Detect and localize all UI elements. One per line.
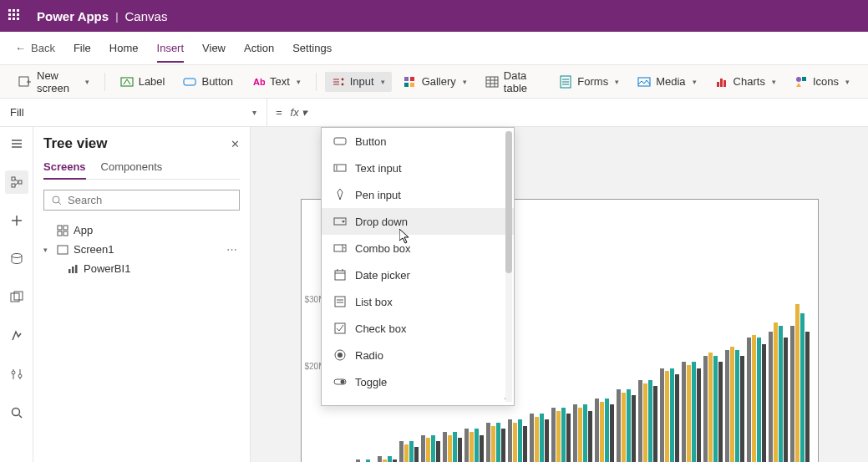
bar [480,435,484,462]
input-dropdown-menu: ButtonText inputPen inputDrop downCombo … [321,127,515,406]
tab-screens[interactable]: Screens [43,160,86,180]
bar [540,414,544,462]
bar [453,432,457,462]
menu-file[interactable]: File [74,42,91,54]
forms-button[interactable]: Forms ▾ [552,72,626,92]
menu-action[interactable]: Action [244,42,274,54]
property-selector[interactable]: Fill ▾ [0,99,267,126]
menu-insert[interactable]: Insert [157,42,185,63]
input-menu-item-drop-down[interactable]: Drop down [322,208,514,235]
new-screen-button[interactable]: New screen ▾ [12,66,96,98]
main-area: Tree view ✕ Screens Components App ▾ Scr… [0,127,868,462]
rail-search[interactable] [5,401,28,424]
back-button[interactable]: ← Back [15,42,55,54]
input-menu-item-toggle[interactable]: Toggle [322,368,514,395]
bar [496,423,500,462]
tree-node-screen1[interactable]: ▾ Screen1 ⋯ [43,240,240,259]
menu-settings[interactable]: Settings [292,42,332,54]
menu-home[interactable]: Home [109,42,139,54]
bar-group [378,456,397,462]
svg-line-5 [127,79,130,84]
bar [545,419,549,462]
tree-node-app[interactable]: App [43,221,240,240]
input-menu-item-combo-box[interactable]: Combo box [322,235,514,261]
rail-tree-view[interactable] [5,170,28,194]
input-menu-item-button[interactable]: Button [322,128,514,155]
svg-rect-3 [121,78,133,86]
svg-rect-28 [720,79,723,87]
bar-group [573,404,592,462]
icons-label: Icons [813,75,839,88]
input-menu-item-pen-input[interactable]: Pen input [322,181,514,208]
bar-group [725,347,744,462]
listbox-icon [333,295,347,308]
svg-marker-32 [796,83,801,87]
svg-rect-60 [72,267,74,273]
data-table-button[interactable]: Data table [479,66,548,98]
rail-insert[interactable] [5,209,28,232]
bar [523,426,527,462]
menu-bar: ← Back File Home Insert View Action Sett… [0,32,868,65]
bar-group [486,423,505,462]
icons-icon [794,75,808,89]
bar [670,368,674,462]
svg-point-43 [12,254,22,258]
media-button[interactable]: Media ▾ [631,72,703,92]
input-menu-item-date-picker[interactable]: Date picker [322,261,514,288]
rail-hamburger[interactable] [5,132,28,155]
tree-search[interactable] [43,190,240,211]
property-name: Fill [10,106,24,119]
tree-search-input[interactable] [68,194,232,206]
bar [518,419,522,462]
bar [687,365,691,462]
gallery-icon [404,75,417,89]
input-menu-item-radio[interactable]: Radio [322,342,514,368]
bar [378,456,382,462]
svg-point-47 [12,371,15,374]
waffle-icon[interactable] [8,9,22,23]
rail-media[interactable] [5,286,28,309]
datepicker-icon [333,268,347,282]
back-label: Back [31,42,55,54]
bar [660,368,664,462]
svg-line-39 [15,179,18,182]
svg-point-30 [796,77,801,82]
gallery-button[interactable]: Gallery ▾ [397,72,474,92]
svg-rect-57 [63,231,68,236]
tree-node-powerbi1[interactable]: PowerBI1 [43,259,240,278]
close-icon[interactable]: ✕ [231,138,240,150]
menu-view[interactable]: View [202,42,226,54]
more-icon[interactable]: ⋯ [226,243,238,256]
bar [713,356,718,462]
icons-button[interactable]: Icons ▾ [788,72,856,92]
rail-settings-icon[interactable] [5,363,28,386]
left-rail [0,127,33,462]
bar [692,362,696,462]
menu-item-label: Toggle [355,376,387,388]
rail-data[interactable] [5,247,28,271]
input-menu-item-check-box[interactable]: Check box [322,315,514,342]
menu-item-label: Text input [355,162,402,175]
bar [805,332,810,462]
bar [595,399,599,462]
rail-advanced[interactable] [5,324,28,348]
input-menu-item-text-input[interactable]: Text input [322,155,514,181]
svg-rect-17 [486,77,498,87]
input-button[interactable]: Input ▾ [325,72,392,92]
input-menu-item-list-box[interactable]: List box [322,288,514,315]
button-button[interactable]: Button [176,72,240,92]
forms-label: Forms [577,75,608,88]
label-button[interactable]: Label [114,72,172,92]
bar [535,417,539,462]
tab-components[interactable]: Components [101,160,163,179]
svg-point-49 [18,374,22,378]
text-input-icon [333,161,347,175]
bar [414,447,419,462]
text-button[interactable]: Ab Text ▾ [245,72,307,92]
header-separator: | [115,10,118,23]
bar [588,411,592,462]
formula-input[interactable] [316,99,868,126]
scroll-down-arrow[interactable]: ▾ [322,395,514,405]
charts-button[interactable]: Charts ▾ [708,72,783,92]
scrollbar-thumb[interactable] [505,131,512,273]
